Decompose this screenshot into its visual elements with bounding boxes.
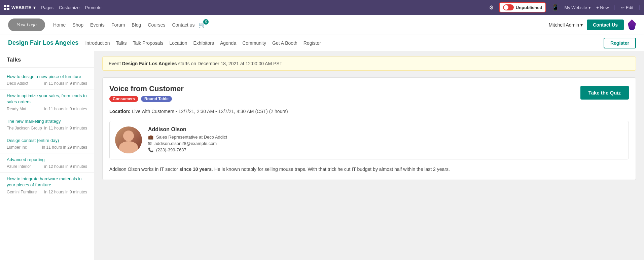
talk-company: Azure Interior: [7, 164, 31, 169]
website-dropdown-icon: ▾: [33, 5, 36, 10]
header-right: Mitchell Admin ▾ Contact Us: [549, 20, 636, 30]
talk-detail-title: Voice from Customer: [109, 84, 184, 93]
tags-container: Consumers Round Table: [109, 96, 184, 102]
email-icon: ✉: [148, 141, 152, 146]
site-logo[interactable]: Your Logo: [8, 18, 45, 31]
logo-text: Your Logo: [16, 22, 36, 27]
alert-banner: Event Design Fair Los Angeles starts on …: [102, 57, 636, 71]
event-nav-links: Introduction Talks Talk Proposals Locati…: [85, 40, 321, 46]
round-table-tag: Round Table: [141, 96, 172, 102]
edit-label: Edit: [626, 5, 633, 10]
talk-meta: Azure Interior in 12 hours in 9 minutes: [7, 164, 87, 169]
event-nav-register[interactable]: Register: [303, 40, 321, 46]
site-header: Your Logo Home Shop Events Forum Blog Co…: [0, 15, 644, 35]
unpublished-label: Unpublished: [516, 5, 542, 10]
alert-event-name: Design Fair Los Angeles: [122, 61, 177, 66]
nav-events[interactable]: Events: [90, 22, 105, 28]
list-item[interactable]: How to design a new piece of furniture D…: [0, 70, 94, 89]
event-nav-talks[interactable]: Talks: [116, 40, 127, 46]
event-nav-get-a-booth[interactable]: Get A Booth: [272, 40, 297, 46]
talk-time: in 11 hours in 9 minutes: [44, 81, 87, 86]
talk-time: in 12 hours in 9 minutes: [44, 190, 87, 194]
nav-forum[interactable]: Forum: [111, 22, 125, 28]
talk-title: The new marketing strategy: [7, 118, 87, 124]
cart-badge: 0: [203, 19, 209, 25]
nav-shop[interactable]: Shop: [72, 22, 83, 28]
grid-icon: [4, 5, 9, 10]
pages-nav-item[interactable]: Pages: [41, 5, 53, 10]
talk-title: How to integrate hardware materials in y…: [7, 176, 87, 188]
speaker-phone: (223)-399-7637: [156, 147, 186, 152]
talk-company: The Jackson Group: [7, 126, 42, 131]
event-nav-community[interactable]: Community: [242, 40, 266, 46]
website-logo-button[interactable]: WEBSITE ▾: [4, 5, 36, 10]
talk-time: in 11 hours in 9 minutes: [44, 107, 87, 111]
alert-text-prefix: Event: [109, 61, 122, 66]
admin-bar: WEBSITE ▾ Pages Customize Promote ⚙ Unpu…: [0, 0, 644, 15]
speaker-bio: Addison Olson works in IT sector since 1…: [109, 165, 629, 173]
event-nav-agenda[interactable]: Agenda: [220, 40, 236, 46]
talks-sidebar: Talks How to design a new piece of furni…: [0, 51, 94, 260]
my-website-button[interactable]: My Website ▾: [564, 5, 591, 10]
list-item[interactable]: Advanced reporting Azure Interior in 12 …: [0, 153, 94, 173]
take-quiz-button[interactable]: Take the Quiz: [580, 86, 629, 100]
contact-us-button[interactable]: Contact Us: [587, 20, 624, 30]
talk-title: Design contest (entire day): [7, 138, 87, 144]
phone-icon: 📞: [148, 147, 153, 152]
user-name-label: Mitchell Admin: [549, 22, 579, 28]
cart-button[interactable]: 🛒 0: [199, 21, 206, 29]
consumers-tag: Consumers: [109, 96, 138, 102]
user-dropdown-icon: ▾: [580, 22, 583, 28]
speaker-email-line: ✉ addison.olson28@example.com: [148, 141, 623, 146]
list-item[interactable]: The new marketing strategy The Jackson G…: [0, 115, 94, 134]
talk-meta: Deco Addict in 11 hours in 9 minutes: [7, 81, 87, 86]
edit-button[interactable]: ✏ Edit: [621, 5, 633, 10]
event-nav-exhibitors[interactable]: Exhibitors: [193, 40, 214, 46]
promote-nav-item[interactable]: Promote: [85, 5, 102, 10]
speaker-role-line: 💼 Sales Representative at Deco Addict: [148, 135, 623, 140]
talk-title: Advanced reporting: [7, 157, 87, 163]
site-nav: Home Shop Events Forum Blog Courses Cont…: [53, 22, 194, 28]
admin-bar-right: ⚙ Unpublished 📱 My Website ▾ + New | ✏ E…: [489, 2, 640, 12]
separator: |: [614, 5, 615, 10]
customize-nav-item[interactable]: Customize: [59, 5, 79, 10]
new-button[interactable]: + New: [596, 5, 609, 10]
event-nav-introduction[interactable]: Introduction: [85, 40, 110, 46]
location-label: Location:: [109, 109, 131, 114]
event-nav-bar: Design Fair Los Angeles Introduction Tal…: [0, 35, 644, 51]
register-button[interactable]: Register: [604, 38, 636, 48]
my-website-dropdown-icon: ▾: [588, 5, 591, 10]
list-item[interactable]: How to optimize your sales, from leads t…: [0, 89, 94, 115]
droplet-icon: [628, 20, 636, 30]
nav-contact[interactable]: Contact us: [172, 22, 195, 28]
nav-blog[interactable]: Blog: [132, 22, 141, 28]
avatar: [115, 126, 142, 153]
user-menu-button[interactable]: Mitchell Admin ▾: [549, 22, 583, 28]
talk-title: How to optimize your sales, from leads t…: [7, 93, 87, 105]
list-item[interactable]: How to integrate hardware materials in y…: [0, 173, 94, 198]
separator2: |: [639, 5, 640, 10]
talk-meta: Lumber Inc in 11 hours in 29 minutes: [7, 145, 87, 150]
speaker-email: addison.olson28@example.com: [154, 141, 217, 146]
speaker-phone-line: 📞 (223)-399-7637: [148, 147, 623, 152]
gear-icon[interactable]: ⚙: [489, 4, 494, 11]
edit-pencil-icon: ✏: [621, 5, 624, 10]
talk-company: Gemini Furniture: [7, 190, 37, 194]
nav-courses[interactable]: Courses: [148, 22, 165, 28]
event-nav-location[interactable]: Location: [170, 40, 187, 46]
event-nav-talk-proposals[interactable]: Talk Proposals: [133, 40, 163, 46]
talk-meta: Gemini Furniture in 12 hours in 9 minute…: [7, 190, 87, 194]
unpublished-toggle-button[interactable]: Unpublished: [499, 2, 546, 12]
alert-text-suffix: starts on December 18, 2021 at 12:00:00 …: [177, 61, 283, 66]
mobile-preview-icon[interactable]: 📱: [551, 4, 559, 11]
nav-home[interactable]: Home: [53, 22, 66, 28]
briefcase-icon: 💼: [148, 135, 153, 140]
talk-title: How to design a new piece of furniture: [7, 74, 87, 80]
toggle-switch-icon: [503, 4, 514, 10]
event-title[interactable]: Design Fair Los Angeles: [8, 39, 78, 46]
list-item[interactable]: Design contest (entire day) Lumber Inc i…: [0, 134, 94, 153]
talk-company: Ready Mat: [7, 107, 26, 111]
talk-time: in 11 hours in 9 minutes: [44, 126, 87, 131]
speaker-name: Addison Olson: [148, 126, 623, 133]
speaker-info: Addison Olson 💼 Sales Representative at …: [148, 126, 623, 154]
